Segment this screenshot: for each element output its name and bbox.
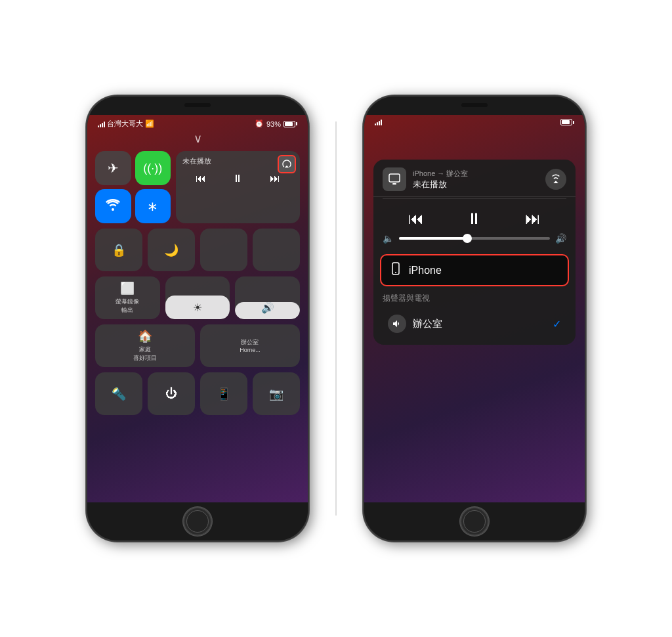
ap-prev-btn[interactable]: ⏮ [408,209,424,228]
mirror-label: 螢幕鏡像輸出 [116,297,139,315]
do-not-disturb-btn[interactable]: 🌙 [148,229,195,271]
signal-bar-2 [100,124,101,127]
right-home-button-inner [463,510,486,533]
right-home-button[interactable] [460,507,489,536]
r-signal-bar-3 [379,121,380,125]
now-playing-controls: ⏮ ⏸ ⏭ [182,173,293,185]
home-button-inner [186,510,209,533]
btn-empty-1[interactable] [200,229,247,271]
flashlight-btn[interactable]: 🔦 [95,372,142,415]
bluetooth-icon: ∗ [147,198,158,214]
mirror-icon: ⬜ [120,281,135,296]
left-phone-bottom [87,502,308,540]
signal-bar-1 [98,125,99,127]
calculator-btn[interactable]: 📱 [200,372,247,415]
right-earpiece [461,103,488,107]
right-battery-tip [573,121,574,124]
signal-bar-4 [104,121,105,127]
ap-speaker-row[interactable]: 辦公室 ✓ [380,309,569,338]
vol-thumb [463,234,472,243]
battery-fill [285,122,293,126]
wifi-icon: 📶 [145,120,154,128]
volume-icon: 🔊 [261,301,274,314]
calculator-icon: 📱 [217,387,231,401]
battery-body [284,121,295,127]
left-screen: 台灣大哥大 📶 ⏰ 93% ∨ [87,115,308,502]
battery-icon [284,121,297,127]
camera-btn[interactable]: 📷 [253,372,300,415]
ap-iphone-device-icon [389,262,402,278]
right-phone-bottom [364,502,585,540]
ap-speaker-label: 辦公室 [413,318,546,330]
cellular-btn[interactable]: ((·)) [135,151,171,185]
brightness-slider[interactable]: ☀ [165,276,230,319]
vol-slider[interactable] [399,237,550,240]
status-right: ⏰ 93% [255,120,297,128]
camera-icon: 📷 [269,387,284,401]
ap-airplay-btn[interactable] [545,169,566,190]
right-phone: iPhone → 辦公室 未在播放 ⏮ ⏸ ⏭ [363,95,586,542]
svg-rect-0 [389,174,400,182]
screen-mirror-btn[interactable]: ⬜ 螢幕鏡像輸出 [95,276,160,319]
right-status-bar [364,115,585,127]
ap-divider-1 [383,198,566,199]
home-button[interactable] [183,507,212,536]
brightness-icon: ☀ [193,301,202,314]
fifth-row: 🔦 ⏻ 📱 📷 [95,372,300,415]
ap-volume: 🔈 🔊 [373,233,576,252]
right-phone-top [364,97,585,115]
prev-btn[interactable]: ⏮ [196,173,206,185]
cellular-icon: ((·)) [143,162,162,175]
ap-device-icon [383,167,406,191]
now-playing-title: 未在播放 [182,156,293,166]
moon-icon: 🌙 [164,243,178,257]
ap-section-label: 揚聲器與電視 [373,289,576,307]
signal-bar-3 [102,123,103,127]
now-playing-widget: 未在播放 ⏮ ⏸ ⏭ [176,151,300,223]
r-signal-bar-2 [377,122,378,125]
timer-icon: ⏻ [165,387,177,401]
flashlight-icon: 🔦 [112,387,126,401]
left-phone: 台灣大哥大 📶 ⏰ 93% ∨ [86,95,309,542]
right-battery-body [560,119,572,125]
airplay-button-highlighted[interactable] [278,155,296,173]
airplay-popup: iPhone → 辦公室 未在播放 ⏮ ⏸ ⏭ [373,160,576,345]
status-left: 台灣大哥大 📶 [98,119,154,129]
orientation-lock-btn[interactable]: 🔒 [95,229,142,271]
ap-title-group: iPhone → 辦公室 未在播放 [413,169,539,190]
volume-slider[interactable]: 🔊 [235,276,300,319]
right-battery-icon [560,119,574,125]
ap-next-btn[interactable]: ⏭ [525,209,541,228]
ap-device-route: iPhone → 辦公室 [413,169,539,179]
ap-speaker-icon [388,315,406,333]
home-icon: 🏠 [138,329,152,343]
btn-empty-2[interactable] [253,229,300,271]
right-status-left [375,119,382,125]
right-signal-bars [375,119,382,125]
orientation-icon: 🔒 [112,243,126,257]
ap-pause-btn[interactable]: ⏸ [467,209,482,228]
earpiece [184,103,211,107]
bluetooth-btn[interactable]: ∗ [135,189,171,223]
office-btn[interactable]: 辦公室Home... [200,324,300,367]
office-label: 辦公室Home... [240,338,261,353]
airplane-mode-btn[interactable]: ✈ [95,151,131,185]
right-status-right [560,119,574,125]
r-signal-bar-1 [375,123,376,125]
connectivity-grid: ✈ ((·)) [95,151,171,223]
home-label: 家庭喜好項目 [133,345,157,362]
battery-tip [296,122,297,125]
home-btn[interactable]: 🏠 家庭喜好項目 [95,324,195,367]
battery-pct: 93% [266,120,281,128]
third-row: ⬜ 螢幕鏡像輸出 ☀ 🔊 [95,276,300,319]
cc-content: ✈ ((·)) [87,146,308,420]
status-bar: 台灣大哥大 📶 ⏰ 93% [87,115,308,130]
timer-btn[interactable]: ⏻ [148,372,195,415]
wifi-btn[interactable] [95,189,131,223]
chevron-down[interactable]: ∨ [87,131,308,146]
next-btn[interactable]: ⏭ [270,173,280,185]
ap-iphone-row[interactable]: iPhone [380,254,569,286]
svg-rect-1 [392,183,396,185]
pause-btn[interactable]: ⏸ [232,173,243,185]
top-row: ✈ ((·)) [95,151,300,223]
